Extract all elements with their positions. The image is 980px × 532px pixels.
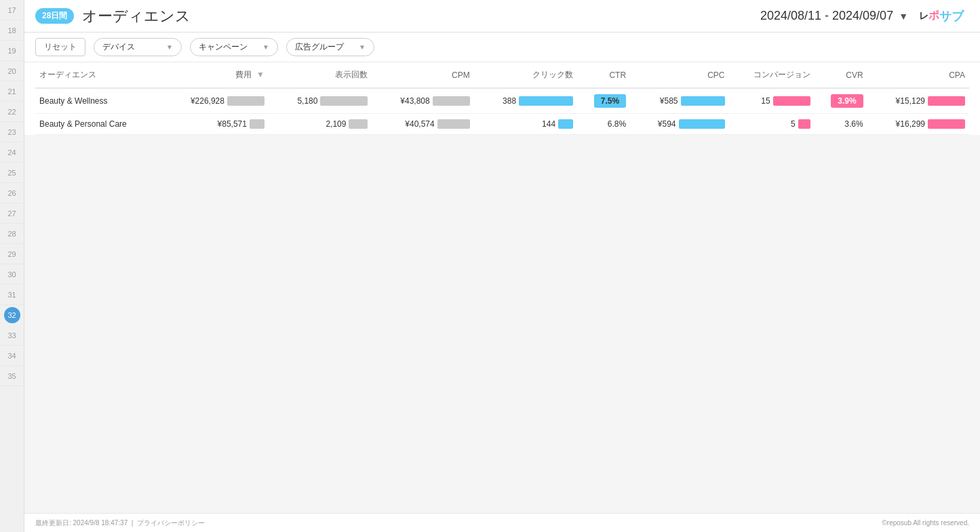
row-num-34: 34 (0, 346, 24, 366)
row-num-19: 19 (0, 41, 24, 61)
header-row: 28日間 オーディエンス 2024/08/11 - 2024/09/07 ▼ レ… (24, 0, 980, 33)
adgroup-filter-label: 広告グループ (295, 41, 344, 53)
row-num-18: 18 (0, 20, 24, 41)
adgroup-filter[interactable]: 広告グループ ▼ (286, 38, 374, 56)
last-updated: 最終更新日: 2024/9/8 18:47:37 | プライバシーポリシー (35, 518, 205, 528)
col-cost[interactable]: 費用 ▼ (161, 62, 269, 88)
row2-clicks: 144 (474, 114, 577, 135)
footer: 最終更新日: 2024/9/8 18:47:37 | プライバシーポリシー ©r… (24, 513, 980, 532)
col-conversions: コンバージョン (729, 62, 815, 88)
row-num-32: 32 (4, 307, 20, 323)
campaign-filter[interactable]: キャンペーン ▼ (190, 38, 278, 56)
campaign-dropdown-icon: ▼ (262, 43, 269, 51)
col-cvr: CVR (815, 62, 867, 88)
days-badge: 28日間 (35, 8, 74, 24)
page-title: オーディエンス (82, 6, 191, 26)
row-num-17: 17 (0, 0, 24, 20)
row2-cost: ¥85,571 (161, 114, 269, 135)
col-impressions: 表示回数 (269, 62, 372, 88)
row1-cpm: ¥43,808 (372, 88, 473, 114)
filters-row: リセット デバイス ▼ キャンペーン ▼ 広告グループ ▼ (24, 33, 980, 62)
table-row: Beauty & Wellness ¥226,928 5,180 (35, 88, 969, 114)
col-audience: オーディエンス (35, 62, 161, 88)
row1-cpc: ¥585 (630, 88, 728, 114)
device-filter[interactable]: デバイス ▼ (94, 38, 182, 56)
row-num-26: 26 (0, 183, 24, 203)
privacy-link[interactable]: プライバシーポリシー (137, 519, 205, 527)
row2-impressions: 2,109 (269, 114, 372, 135)
campaign-filter-label: キャンペーン (199, 41, 248, 53)
row1-cpa: ¥15,129 (867, 88, 969, 114)
col-cpa: CPA (867, 62, 969, 88)
row-num-30: 30 (0, 264, 24, 285)
row-num-25: 25 (0, 163, 24, 183)
row2-cpa: ¥16,299 (867, 114, 969, 135)
row2-cpc: ¥594 (630, 114, 728, 135)
reset-button[interactable]: リセット (35, 38, 85, 56)
row-numbers: 17 18 19 20 21 22 23 24 25 26 27 28 29 3… (0, 0, 24, 532)
device-dropdown-icon: ▼ (166, 43, 173, 51)
row1-impressions: 5,180 (269, 88, 372, 114)
row-num-35: 35 (0, 366, 24, 386)
row-num-31: 31 (0, 285, 24, 305)
row1-name: Beauty & Wellness (35, 88, 161, 114)
col-cpc: CPC (630, 62, 728, 88)
row-num-23: 23 (0, 122, 24, 142)
date-dropdown-icon[interactable]: ▼ (899, 11, 908, 22)
adgroup-dropdown-icon: ▼ (359, 43, 366, 51)
row-num-21: 21 (0, 81, 24, 102)
row-num-29: 29 (0, 244, 24, 264)
table-container: オーディエンス 費用 ▼ 表示回数 CPM クリック数 CTR CPC コンバー… (24, 62, 980, 135)
row2-cvr: 3.6% (815, 114, 867, 135)
copyright: ©reposub All rights reserved. (882, 519, 969, 527)
header-left: 28日間 オーディエンス (35, 6, 191, 26)
data-table: オーディエンス 費用 ▼ 表示回数 CPM クリック数 CTR CPC コンバー… (35, 62, 969, 135)
row1-conversions: 15 (729, 88, 815, 114)
row2-cpm: ¥40,574 (372, 114, 473, 135)
device-filter-label: デバイス (102, 41, 135, 53)
row-num-22: 22 (0, 102, 24, 122)
col-clicks: クリック数 (474, 62, 577, 88)
row-num-33: 33 (0, 325, 24, 346)
col-ctr: CTR (577, 62, 630, 88)
row-num-20: 20 (0, 61, 24, 81)
row2-name: Beauty & Personal Care (35, 114, 161, 135)
main-content: 28日間 オーディエンス 2024/08/11 - 2024/09/07 ▼ レ… (24, 0, 980, 532)
table-row: Beauty & Personal Care ¥85,571 2,109 (35, 114, 969, 135)
row2-conversions: 5 (729, 114, 815, 135)
row1-cvr: 3.9% (815, 88, 867, 114)
col-cpm: CPM (372, 62, 473, 88)
row2-ctr: 6.8% (577, 114, 630, 135)
row-num-28: 28 (0, 224, 24, 244)
row1-clicks: 388 (474, 88, 577, 114)
row1-ctr: 7.5% (577, 88, 630, 114)
date-range: 2024/08/11 - 2024/09/07 (760, 9, 893, 23)
row-num-27: 27 (0, 203, 24, 224)
row1-cost: ¥226,928 (161, 88, 269, 114)
logo: レポサブ (919, 8, 964, 24)
row-num-24: 24 (0, 142, 24, 163)
header-right: 2024/08/11 - 2024/09/07 ▼ レポサブ (760, 8, 964, 24)
